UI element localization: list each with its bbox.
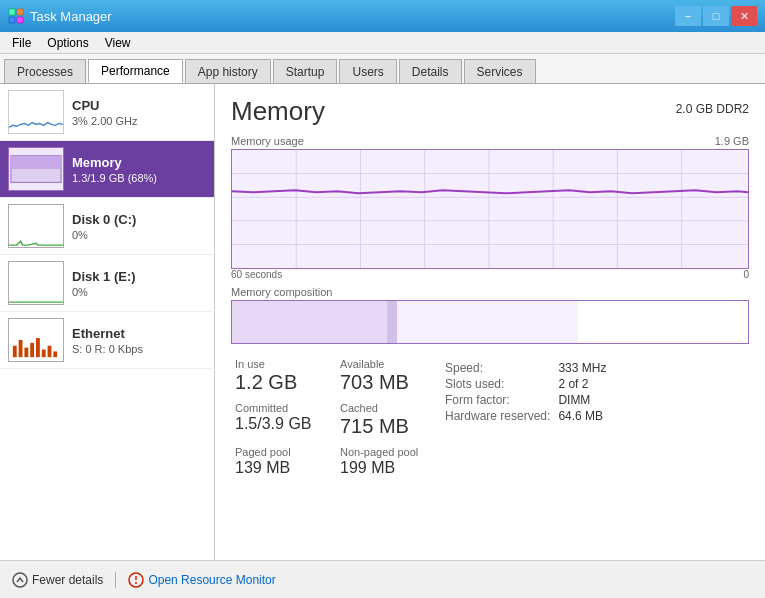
usage-chart-header: Memory usage 1.9 GB [231, 135, 749, 147]
svg-rect-3 [17, 17, 23, 23]
sidebar-item-disk0[interactable]: Disk 0 (C:) 0% [0, 198, 214, 255]
spec-form: Form factor: DIMM [441, 392, 610, 408]
available-value: 703 MB [340, 370, 437, 394]
slots-label: Slots used: [441, 376, 554, 392]
committed-label: Committed [235, 402, 332, 414]
svg-rect-18 [53, 351, 57, 357]
svg-point-31 [13, 573, 27, 587]
svg-rect-11 [13, 346, 17, 357]
ethernet-thumbnail [8, 318, 64, 362]
panel-title: Memory [231, 96, 325, 127]
tab-processes[interactable]: Processes [4, 59, 86, 83]
comp-standby [397, 301, 578, 343]
paged-label: Paged pool [235, 446, 332, 458]
svg-rect-7 [11, 156, 61, 169]
disk1-label: Disk 1 (E:) [72, 269, 206, 284]
tab-performance[interactable]: Performance [88, 59, 183, 83]
stats-right: Speed: 333 MHz Slots used: 2 of 2 Form f… [441, 356, 749, 479]
disk0-thumbnail [8, 204, 64, 248]
chevron-up-icon [12, 572, 28, 588]
speed-value: 333 MHz [554, 360, 610, 376]
bottom-bar: Fewer details Open Resource Monitor [0, 560, 765, 598]
ethernet-info: Ethernet S: 0 R: 0 Kbps [72, 326, 206, 355]
minimize-button[interactable]: − [675, 6, 701, 26]
stats-row: In use 1.2 GB Available 703 MB Committed… [231, 356, 749, 479]
hw-label: Hardware reserved: [441, 408, 554, 424]
usage-max: 1.9 GB [715, 135, 749, 147]
composition-section: Memory composition [231, 286, 749, 344]
inuse-label: In use [235, 358, 332, 370]
app-icon [8, 8, 24, 24]
spec-speed: Speed: 333 MHz [441, 360, 610, 376]
tab-app-history[interactable]: App history [185, 59, 271, 83]
speed-label: Speed: [441, 360, 554, 376]
svg-rect-13 [24, 348, 28, 358]
cpu-info: CPU 3% 2.00 GHz [72, 98, 206, 127]
stat-paged: Paged pool 139 MB [231, 444, 336, 479]
memory-info: Memory 1.3/1.9 GB (68%) [72, 155, 206, 184]
ethernet-label: Ethernet [72, 326, 206, 341]
inuse-value: 1.2 GB [235, 370, 332, 394]
spec-hw: Hardware reserved: 64.6 MB [441, 408, 610, 424]
svg-rect-1 [17, 9, 23, 15]
comp-modified [387, 301, 397, 343]
hw-value: 64.6 MB [554, 408, 610, 424]
memory-thumbnail [8, 147, 64, 191]
time-end: 0 [743, 269, 749, 280]
cached-value: 715 MB [340, 414, 437, 438]
svg-point-34 [135, 582, 137, 584]
title-bar: Task Manager − □ ✕ [0, 0, 765, 32]
right-panel: Memory 2.0 GB DDR2 Memory usage 1.9 GB [215, 84, 765, 560]
time-start: 60 seconds [231, 269, 282, 280]
sidebar-item-ethernet[interactable]: Ethernet S: 0 R: 0 Kbps [0, 312, 214, 369]
panel-subtitle: 2.0 GB DDR2 [676, 96, 749, 116]
tab-services[interactable]: Services [464, 59, 536, 83]
disk0-value: 0% [72, 229, 206, 241]
composition-label: Memory composition [231, 286, 749, 298]
svg-rect-19 [232, 150, 748, 268]
tab-startup[interactable]: Startup [273, 59, 338, 83]
committed-value: 1.5/3.9 GB [235, 414, 332, 433]
sidebar-item-disk1[interactable]: Disk 1 (E:) 0% [0, 255, 214, 312]
sidebar: CPU 3% 2.00 GHz Memory 1.3/1.9 GB (68%) [0, 84, 215, 560]
maximize-button[interactable]: □ [703, 6, 729, 26]
resource-monitor-label: Open Resource Monitor [148, 573, 275, 587]
comp-free [578, 301, 748, 343]
stat-inuse: In use 1.2 GB [231, 356, 336, 396]
stats-left: In use 1.2 GB Available 703 MB Committed… [231, 356, 441, 479]
fewer-details-button[interactable]: Fewer details [12, 572, 103, 588]
svg-rect-8 [9, 205, 63, 247]
svg-rect-14 [30, 343, 34, 357]
stat-committed: Committed 1.5/3.9 GB [231, 400, 336, 440]
svg-rect-0 [9, 9, 15, 15]
fewer-details-label: Fewer details [32, 573, 103, 587]
paged-value: 139 MB [235, 458, 332, 477]
sidebar-item-cpu[interactable]: CPU 3% 2.00 GHz [0, 84, 214, 141]
svg-rect-16 [42, 350, 46, 358]
cpu-thumbnail [8, 90, 64, 134]
svg-rect-17 [48, 346, 52, 357]
menu-file[interactable]: File [4, 34, 39, 52]
slots-value: 2 of 2 [554, 376, 610, 392]
ethernet-value: S: 0 R: 0 Kbps [72, 343, 206, 355]
disk1-value: 0% [72, 286, 206, 298]
disk0-label: Disk 0 (C:) [72, 212, 206, 227]
spec-slots: Slots used: 2 of 2 [441, 376, 610, 392]
close-button[interactable]: ✕ [731, 6, 757, 26]
menu-options[interactable]: Options [39, 34, 96, 52]
nonpaged-value: 199 MB [340, 458, 437, 477]
available-label: Available [340, 358, 437, 370]
tab-details[interactable]: Details [399, 59, 462, 83]
comp-inuse [232, 301, 387, 343]
menu-view[interactable]: View [97, 34, 139, 52]
cpu-value: 3% 2.00 GHz [72, 115, 206, 127]
tab-users[interactable]: Users [339, 59, 396, 83]
open-resource-monitor-button[interactable]: Open Resource Monitor [128, 572, 275, 588]
nonpaged-label: Non-paged pool [340, 446, 437, 458]
sidebar-item-memory[interactable]: Memory 1.3/1.9 GB (68%) [0, 141, 214, 198]
stat-cached: Cached 715 MB [336, 400, 441, 440]
svg-rect-2 [9, 17, 15, 23]
form-label: Form factor: [441, 392, 554, 408]
disk0-info: Disk 0 (C:) 0% [72, 212, 206, 241]
bottom-divider [115, 572, 116, 588]
